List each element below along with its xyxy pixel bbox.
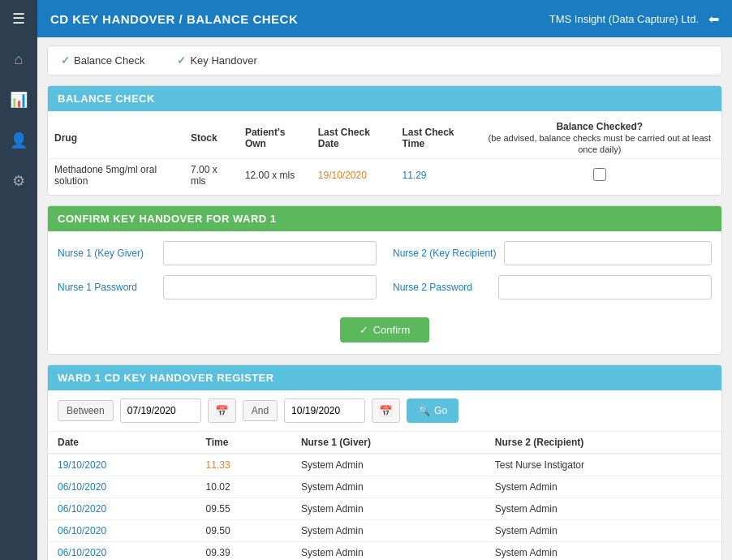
page-title: CD KEY HANDOVER / BALANCE CHECK [50,12,298,26]
list-item: 06/10/2020 09.39 System Admin System Adm… [48,542,721,561]
balance-check-icon: ✓ [61,54,70,67]
key-handover-check-icon: ✓ [177,54,186,67]
last-check-date-cell: 19/10/2020 [312,159,396,192]
calendar-from-button[interactable]: 📅 [208,398,236,423]
list-item: 06/10/2020 09.50 System Admin System Adm… [48,520,721,542]
reg-nurse2-cell: System Admin [485,498,721,520]
search-icon: 🔍 [418,405,430,416]
reg-nurse1-cell: System Admin [291,520,485,542]
col-last-check-date: Last Check Date [312,118,396,159]
list-item: 19/10/2020 11.33 System Admin Test Nurse… [48,454,721,476]
reg-nurse1-cell: System Admin [291,454,485,476]
balance-check-section: BALANCE CHECK Drug Stock Patient's Own L… [47,85,722,196]
confirm-check-icon: ✓ [360,324,368,336]
reg-date-cell[interactable]: 06/10/2020 [48,476,196,498]
nurse1-input[interactable] [163,241,377,265]
confirm-row: ✓ Confirm [48,309,721,354]
settings-nav-item[interactable]: ⚙ [0,162,37,200]
reg-date-cell[interactable]: 19/10/2020 [48,454,196,476]
tabs-row: ✓ Balance Check ✓ Key Handover [47,45,722,75]
reg-time-cell: 09.39 [196,542,291,561]
balance-checked-checkbox[interactable] [593,168,606,181]
calendar-to-button[interactable]: 📅 [372,398,400,423]
content-area: ✓ Balance Check ✓ Key Handover BALANCE C… [37,37,732,560]
nurse2-label: Nurse 2 (Key Recipient) [393,248,496,259]
patients-own-cell: 12.00 x mls [239,159,312,192]
confirm-label: Confirm [373,324,411,336]
tab-balance-check[interactable]: ✓ Balance Check [61,54,144,67]
header-right: TMS Insight (Data Capture) Ltd. ⬅ [549,11,719,27]
and-label: And [243,400,278,421]
key-handover-form: Nurse 1 (Key Giver) Nurse 2 (Key Recipie… [48,231,721,309]
sidebar: ☰ ⌂ 📊 👤 ⚙ [0,0,37,560]
reg-date-cell[interactable]: 06/10/2020 [48,498,196,520]
drug-cell: Methadone 5mg/ml oral solution [48,159,184,192]
col-patients-own: Patient's Own [239,118,312,159]
last-check-time-cell: 11.29 [395,159,477,192]
menu-icon[interactable]: ☰ [0,0,37,37]
reg-time-cell: 11.33 [196,454,291,476]
reg-time-cell: 09.55 [196,498,291,520]
register-filter: Between 📅 And 📅 🔍 Go [48,390,721,432]
reg-time-cell: 09.50 [196,520,291,542]
reg-nurse1-cell: System Admin [291,498,485,520]
reg-time-cell: 10.02 [196,476,291,498]
reg-date-cell[interactable]: 06/10/2020 [48,520,196,542]
stock-cell: 7.00 x mls [184,159,239,192]
col-drug: Drug [48,118,184,159]
col-balance-checked: Balance Checked? (be advised, balance ch… [478,118,721,159]
table-row: Methadone 5mg/ml oral solution 7.00 x ml… [48,159,721,192]
register-table: Date Time Nurse 1 (Giver) Nurse 2 (Recip… [48,432,721,560]
main-area: CD KEY HANDOVER / BALANCE CHECK TMS Insi… [37,0,732,560]
col-reg-nurse2: Nurse 2 (Recipient) [485,432,721,454]
nurse2-password-input[interactable] [498,275,712,299]
register-header: WARD 1 CD KEY HANDOVER REGISTER [48,365,721,390]
nurse1-password-input[interactable] [163,275,377,299]
company-name: TMS Insight (Data Capture) Ltd. [549,13,699,25]
between-label: Between [58,400,114,421]
user-nav-item[interactable]: 👤 [0,122,37,159]
go-button[interactable]: 🔍 Go [407,398,459,423]
col-stock: Stock [184,118,239,159]
nurse1-password-row: Nurse 1 Password [58,275,377,299]
reg-nurse1-cell: System Admin [291,542,485,561]
date-from-input[interactable] [120,398,201,423]
col-reg-nurse1: Nurse 1 (Giver) [291,432,485,454]
nurse1-label: Nurse 1 (Key Giver) [58,248,155,259]
key-handover-header: CONFIRM KEY HANDOVER FOR WARD 1 [48,206,721,231]
reg-nurse2-cell: System Admin [485,476,721,498]
reg-nurse2-cell: System Admin [485,520,721,542]
list-item: 06/10/2020 10.02 System Admin System Adm… [48,476,721,498]
top-header: CD KEY HANDOVER / BALANCE CHECK TMS Insi… [37,0,732,37]
reg-date-cell[interactable]: 06/10/2020 [48,542,196,561]
list-item: 06/10/2020 09.55 System Admin System Adm… [48,498,721,520]
col-reg-time: Time [196,432,291,454]
reg-nurse2-cell: System Admin [485,542,721,561]
back-icon[interactable]: ⬅ [708,11,719,27]
chart-nav-item[interactable]: 📊 [0,81,37,118]
nurse2-input[interactable] [504,241,712,265]
balance-check-table: Drug Stock Patient's Own Last Check Date… [48,118,721,192]
register-section: WARD 1 CD KEY HANDOVER REGISTER Between … [47,364,722,560]
balance-checked-cell [478,159,721,192]
tab-balance-check-label: Balance Check [74,54,144,67]
reg-nurse1-cell: System Admin [291,476,485,498]
balance-check-header: BALANCE CHECK [48,86,721,111]
nurse2-row: Nurse 2 (Key Recipient) [393,241,712,265]
nurse1-row: Nurse 1 (Key Giver) [58,241,377,265]
tab-key-handover[interactable]: ✓ Key Handover [177,54,256,67]
confirm-button[interactable]: ✓ Confirm [340,317,430,342]
nurse2-password-row: Nurse 2 Password [393,275,712,299]
home-nav-item[interactable]: ⌂ [0,41,37,78]
nurse2-password-label: Nurse 2 Password [393,282,490,293]
nurse1-password-label: Nurse 1 Password [58,282,155,293]
reg-nurse2-cell: Test Nurse Instigator [485,454,721,476]
date-to-input[interactable] [284,398,365,423]
key-handover-section: CONFIRM KEY HANDOVER FOR WARD 1 Nurse 1 … [47,205,722,355]
col-last-check-time: Last Check Time [395,118,477,159]
go-label: Go [434,405,447,416]
tab-key-handover-label: Key Handover [190,54,256,67]
col-reg-date: Date [48,432,196,454]
